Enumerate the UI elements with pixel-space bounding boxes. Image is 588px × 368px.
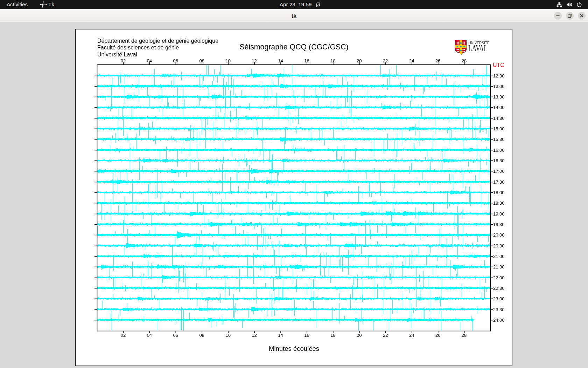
svg-text:LAVAL: LAVAL — [468, 43, 488, 53]
